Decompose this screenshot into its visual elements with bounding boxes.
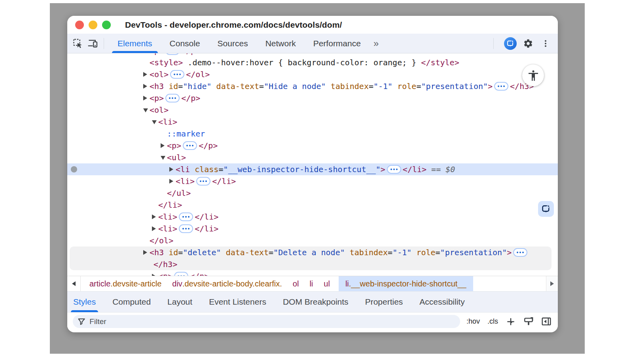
dom-tree-row[interactable]: <h3 id="delete" data-text="Delete a node… <box>70 246 552 258</box>
dom-tree-row[interactable]: <li></li> <box>67 223 558 235</box>
dom-tree-row[interactable]: </h3> <box>70 258 552 270</box>
expand-right-icon[interactable] <box>143 246 150 258</box>
sidebar-tab-styles[interactable]: Styles <box>73 292 96 312</box>
toolbar-divider <box>104 38 104 49</box>
dom-node-text: = <box>436 248 440 257</box>
dom-node-text: </li> <box>195 224 218 233</box>
breadcrumb-item[interactable]: article.devsite-article <box>89 276 161 291</box>
chevron-left-icon <box>72 281 76 286</box>
chevron-right-icon <box>550 281 554 286</box>
dom-node-text: "presentation" <box>440 248 507 257</box>
sidebar-tab-accessibility[interactable]: Accessibility <box>419 292 464 312</box>
expand-right-icon[interactable] <box>143 80 150 92</box>
toggle-element-state-button[interactable]: :hov <box>466 317 480 326</box>
dom-node-text: </ol> <box>150 236 173 245</box>
collapsed-content-ellipsis-icon[interactable] <box>179 224 193 233</box>
device-toolbar-icon[interactable] <box>87 38 99 49</box>
sidebar-tab-computed[interactable]: Computed <box>112 292 151 312</box>
breadcrumb-tag: li <box>345 279 349 288</box>
collapsed-content-ellipsis-icon[interactable] <box>165 94 180 102</box>
dom-tree-row[interactable]: </ul> <box>67 187 558 199</box>
collapsed-content-ellipsis-icon[interactable] <box>183 141 197 150</box>
sidebar-tab-dom-breakpoints[interactable]: DOM Breakpoints <box>283 292 349 312</box>
breadcrumb-item[interactable]: li.__web-inspector-hide-shortcut__ <box>339 276 473 291</box>
sidebar-tab-properties[interactable]: Properties <box>365 292 403 312</box>
dom-tree-row[interactable]: <p></p> <box>67 92 558 104</box>
toggle-sidebar-icon[interactable] <box>541 317 552 327</box>
dom-node-text: <ol> <box>150 70 169 79</box>
dom-node-text: = <box>259 82 264 91</box>
breadcrumb-scroll-right-button[interactable] <box>546 276 558 291</box>
expand-right-icon[interactable] <box>143 92 150 104</box>
expand-down-icon[interactable] <box>152 116 158 128</box>
more-menu-icon[interactable] <box>540 38 552 49</box>
toolbar-right-controls <box>489 37 558 50</box>
dom-tree-row[interactable]: <h3 id="hide" data-text="Hide a node" ta… <box>67 80 558 92</box>
dom-node-text: class <box>195 165 218 174</box>
tab-performance[interactable]: Performance <box>305 34 370 53</box>
sidebar-tab-event-listeners[interactable]: Event Listeners <box>209 292 266 312</box>
close-window-button[interactable] <box>75 21 84 29</box>
collapsed-content-ellipsis-icon[interactable] <box>387 165 401 174</box>
expand-right-icon[interactable] <box>169 163 176 175</box>
dom-tree-row[interactable]: <ol> <box>67 104 558 116</box>
dom-tree-row[interactable]: </ol> <box>67 235 558 246</box>
breadcrumb-item[interactable]: ul <box>324 276 330 291</box>
settings-gear-icon[interactable] <box>522 38 534 49</box>
dom-tree-row[interactable]: <p></p> <box>67 53 558 57</box>
collapsed-content-ellipsis-icon[interactable] <box>170 70 184 79</box>
zoom-window-button[interactable] <box>102 21 111 29</box>
dom-tree-row[interactable]: <ul> <box>67 152 558 163</box>
expand-right-icon[interactable] <box>143 68 150 80</box>
tab-network[interactable]: Network <box>257 34 305 53</box>
expand-right-icon[interactable] <box>152 223 158 235</box>
dom-tree-row[interactable]: <p></p> <box>67 270 558 276</box>
dom-node-text: = <box>388 248 392 257</box>
styles-filter-field[interactable] <box>73 315 460 328</box>
breadcrumb-scroll-left-button[interactable] <box>67 276 81 291</box>
breadcrumb-tag: div <box>172 279 182 288</box>
toggle-class-button[interactable]: .cls <box>487 317 498 326</box>
collapsed-content-ellipsis-icon[interactable] <box>165 53 180 55</box>
rendering-emulation-brush-icon[interactable] <box>523 317 534 327</box>
expand-right-icon[interactable] <box>161 140 167 152</box>
minimize-window-button[interactable] <box>89 21 97 29</box>
inspect-element-icon[interactable] <box>72 38 84 49</box>
collapsed-content-ellipsis-icon[interactable] <box>196 177 210 186</box>
breadcrumb-item[interactable]: li <box>309 276 313 291</box>
accessibility-person-icon[interactable] <box>522 64 544 86</box>
new-style-rule-plus-icon[interactable] <box>506 317 516 327</box>
dom-tree-row[interactable]: </li> <box>67 199 558 211</box>
collapsed-content-ellipsis-icon[interactable] <box>174 272 188 276</box>
collapsed-content-ellipsis-icon[interactable] <box>179 212 193 221</box>
expand-down-icon[interactable] <box>161 152 167 163</box>
dom-tree-row[interactable]: <style> .demo--hover:hover { background-… <box>67 57 558 68</box>
dom-tree-row[interactable]: ::marker <box>67 128 558 140</box>
ai-assistant-icon[interactable] <box>504 37 517 50</box>
breadcrumb-item[interactable]: div.devsite-article-body.clearfix. <box>172 276 282 291</box>
tab-elements[interactable]: Elements <box>109 34 161 53</box>
more-tabs-button[interactable]: » <box>370 38 383 49</box>
expand-right-icon[interactable] <box>152 211 158 223</box>
dom-tree-row[interactable]: <li class="__web-inspector-hide-shortcut… <box>67 163 558 175</box>
expand-right-icon[interactable] <box>152 270 158 276</box>
tab-console[interactable]: Console <box>161 34 209 53</box>
dom-node-text: </li> <box>195 212 218 222</box>
breadcrumb-item[interactable]: ol <box>293 276 299 291</box>
dom-tree-row[interactable]: <ol></ol> <box>67 68 558 80</box>
sidebar-tab-layout[interactable]: Layout <box>167 292 192 312</box>
expand-down-icon[interactable] <box>143 104 150 116</box>
dom-tree-row[interactable]: <p></p> <box>67 140 558 152</box>
dom-tree-row[interactable]: <li></li> <box>67 175 558 187</box>
devtools-toolbar: ElementsConsoleSourcesNetworkPerformance… <box>67 34 558 53</box>
title-bar: DevTools - developer.chrome.com/docs/dev… <box>67 16 558 34</box>
tab-sources[interactable]: Sources <box>209 34 257 53</box>
filter-input[interactable] <box>89 317 455 326</box>
dom-tree-row[interactable]: <li> <box>67 116 558 128</box>
ai-assistant-floating-button[interactable] <box>538 201 554 217</box>
dom-tree-row[interactable]: <li></li> <box>67 211 558 223</box>
collapsed-content-ellipsis-icon[interactable] <box>513 248 527 257</box>
dom-node-text: tabindex <box>331 82 369 91</box>
expand-right-icon[interactable] <box>169 175 176 187</box>
collapsed-content-ellipsis-icon[interactable] <box>494 82 508 91</box>
